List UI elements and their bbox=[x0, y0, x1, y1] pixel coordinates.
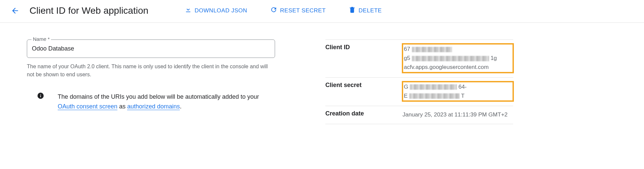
client-id-l3: acfv.apps.googleusercontent.com bbox=[404, 63, 512, 72]
redacted-block bbox=[409, 93, 460, 99]
client-id-value: 67 g5 1g acfv.apps.googleusercontent.com bbox=[402, 44, 513, 73]
info-text-mid: as bbox=[119, 103, 127, 110]
page-title: Client ID for Web application bbox=[30, 5, 148, 16]
reset-secret-label: RESET SECRET bbox=[280, 7, 326, 14]
name-field-label: Name * bbox=[32, 36, 51, 42]
client-id-l1-prefix: 67 bbox=[404, 46, 410, 52]
name-help-text: The name of your OAuth 2.0 client. This … bbox=[27, 63, 275, 79]
delete-label: DELETE bbox=[359, 7, 382, 14]
refresh-icon bbox=[270, 6, 277, 15]
creation-date-value: January 25, 2023 at 11:11:39 PM GMT+2 bbox=[402, 110, 513, 119]
oauth-consent-link[interactable]: OAuth consent screen bbox=[58, 103, 117, 110]
client-secret-l1-prefix: G bbox=[404, 84, 408, 90]
client-secret-value: G 64- E T bbox=[402, 82, 513, 101]
name-input[interactable] bbox=[27, 39, 275, 58]
client-secret-label: Client secret bbox=[325, 82, 402, 89]
trash-icon bbox=[348, 6, 356, 15]
redacted-block bbox=[412, 56, 489, 61]
info-text-after: . bbox=[180, 103, 181, 110]
reset-secret-button[interactable]: RESET SECRET bbox=[263, 3, 332, 18]
authorized-domains-link[interactable]: authorized domains bbox=[127, 103, 180, 110]
client-secret-l2-prefix: E bbox=[404, 93, 408, 99]
creation-date-label: Creation date bbox=[325, 110, 402, 117]
client-id-l2-prefix: g5 bbox=[404, 55, 410, 61]
info-text: The domains of the URIs you add below wi… bbox=[58, 92, 275, 111]
download-json-button[interactable]: DOWNLOAD JSON bbox=[178, 3, 254, 18]
download-icon bbox=[184, 6, 192, 15]
delete-button[interactable]: DELETE bbox=[342, 3, 388, 18]
info-text-before: The domains of the URIs you add below wi… bbox=[58, 93, 259, 100]
info-icon bbox=[37, 92, 44, 101]
redacted-block bbox=[410, 84, 457, 90]
client-secret-l1-suffix: 64- bbox=[459, 84, 467, 90]
back-arrow-icon[interactable] bbox=[10, 6, 20, 16]
client-id-l2-suffix: 1g bbox=[490, 55, 497, 61]
client-secret-l2-suffix: T bbox=[461, 93, 465, 99]
redacted-block bbox=[412, 47, 452, 52]
client-id-label: Client ID bbox=[325, 44, 402, 51]
download-json-label: DOWNLOAD JSON bbox=[195, 7, 247, 14]
